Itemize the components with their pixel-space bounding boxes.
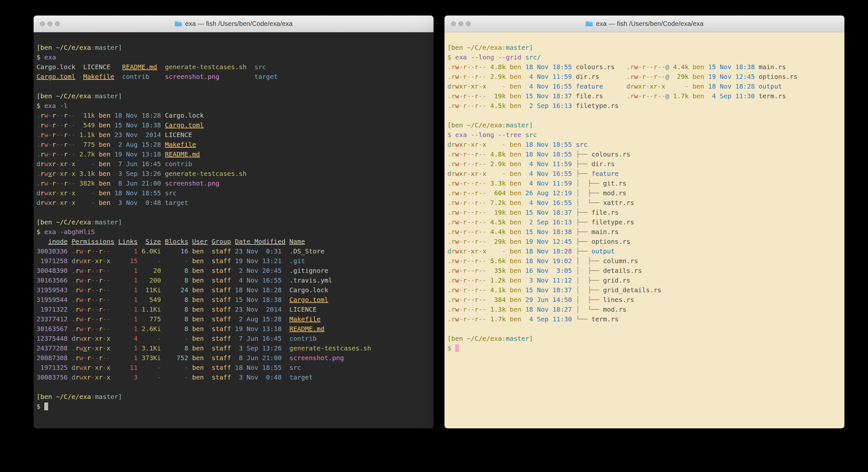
terminal-line: 30083756 drwxr-xr-x 3 - - ben staff 3 No… xyxy=(36,373,434,382)
terminal-line: 31959543 .rw-r--r-- 1 11Ki 24 ben staff … xyxy=(36,285,434,295)
terminal-line: .rw-r--r-- 4.4k ben 15 Nov 18:38 ├── mai… xyxy=(447,227,844,237)
terminal-line: .rw-r--r-- 11k ben 18 Nov 18:28 Cargo.lo… xyxy=(36,111,434,120)
terminal-line: $ exa -l xyxy=(36,101,434,111)
titlebar[interactable]: exa — fish /Users/ben/Code/exa/exa xyxy=(34,16,434,32)
cursor xyxy=(455,344,459,352)
terminal-line: [ben ~/C/e/exa:master] xyxy=(36,392,434,402)
terminal-line: .rw-r--r-- 4.8k ben 18 Nov 18:55 ├── col… xyxy=(447,149,844,159)
terminal-line: .rw-r--r-- 4.1k ben 15 Nov 18:37 │ ├── g… xyxy=(447,285,844,295)
terminal-screen[interactable]: [ben ~/C/e/exa:master]$ exaCargo.lock LI… xyxy=(34,32,434,429)
terminal-line: .rw-r--r-- 35k ben 16 Nov 3:05 │ ├── det… xyxy=(447,266,844,275)
terminal-line: $ exa --long --grid src/ xyxy=(447,52,844,62)
terminal-line: [ben ~/C/e/exa:master] xyxy=(447,43,844,52)
terminal-line xyxy=(36,382,434,392)
terminal-line: .rw-r--r-- 1.1k ben 23 Nov 2014 LICENCE xyxy=(36,130,434,140)
terminal-line: 31959544 .rw-r--r-- 1 549 8 ben staff 15… xyxy=(36,295,434,304)
terminal-line: 1971258 drwxr-xr-x 15 - - ben staff 19 N… xyxy=(36,256,434,266)
terminal-line: .rw-r--r-- 19k ben 15 Nov 18:37 ├── file… xyxy=(447,208,844,217)
terminal-line: drwxr-xr-x - ben 7 Jun 16:45 contrib xyxy=(36,159,434,169)
terminal-line: 30048390 .rw-r--r-- 1 20 8 ben staff 2 N… xyxy=(36,266,434,275)
terminal-line: 12375448 drwxr-xr-x 4 - - ben staff 7 Ju… xyxy=(36,334,434,343)
terminal-line: drwxr-xr-x - ben 18 Nov 18:55 src xyxy=(447,140,844,149)
minimize-button[interactable] xyxy=(458,21,463,26)
window-controls xyxy=(451,16,471,32)
terminal-line: 23377412 .rw-r--r-- 1 775 8 ben staff 2 … xyxy=(36,314,434,324)
window-title: exa — fish /Users/ben/Code/exa/exa xyxy=(185,20,293,28)
terminal-line: .rwxr-xr-x 3.1k ben 3 Sep 13:26 generate… xyxy=(36,169,434,178)
cursor xyxy=(44,403,48,410)
terminal-line: [ben ~/C/e/exa:master] xyxy=(36,91,434,101)
terminal-line: [ben ~/C/e/exa:master] xyxy=(447,120,844,130)
folder-icon[interactable] xyxy=(585,21,593,27)
terminal-line: $ xyxy=(447,343,844,353)
terminal-line xyxy=(36,208,434,217)
terminal-line: $ exa xyxy=(36,52,434,62)
terminal-line: drwxr-xr-x - ben 18 Nov 18:55 src xyxy=(36,188,434,198)
terminal-line: .rw-r--r-- 382k ben 8 Jun 21:00 screensh… xyxy=(36,178,434,188)
window-controls xyxy=(40,16,60,32)
terminal-line: .rw-r--r-- 604 ben 26 Aug 12:19 │ ├── mo… xyxy=(447,188,844,198)
terminal-line: Cargo.lock LICENCE README.md generate-te… xyxy=(36,62,434,72)
terminal-window-dark: exa — fish /Users/ben/Code/exa/exa [ben … xyxy=(34,16,434,429)
folder-icon[interactable] xyxy=(175,21,182,27)
terminal-line: [ben ~/C/e/exa:master] xyxy=(447,334,844,343)
minimize-button[interactable] xyxy=(48,21,52,26)
terminal-line: Cargo.toml Makefile contrib screenshot.p… xyxy=(36,72,434,82)
terminal-line xyxy=(447,324,844,334)
desktop: exa — fish /Users/ben/Code/exa/exa [ben … xyxy=(0,0,868,472)
terminal-line: 30030336 .rw-r--r-- 1 6.0Ki 16 ben staff… xyxy=(36,246,434,256)
terminal-line: 20087308 .rw-r--r-- 1 373Ki 752 ben staf… xyxy=(36,353,434,363)
zoom-button[interactable] xyxy=(466,21,471,26)
terminal-line: .rw-r--r-- 549 ben 15 Nov 18:38 Cargo.to… xyxy=(36,120,434,130)
terminal-line: 24377288 .rwxr-xr-x 1 3.1Ki 8 ben staff … xyxy=(36,343,434,353)
terminal-line: .rw-r--r-- 1.2k ben 3 Nov 11:12 │ ├── gr… xyxy=(447,275,844,285)
terminal-line: [ben ~/C/e/exa:master] xyxy=(36,43,434,52)
terminal-line: 30163566 .rw-r--r-- 1 200 8 ben staff 4 … xyxy=(36,275,434,285)
terminal-line xyxy=(36,82,434,91)
terminal-window-light: exa — fish /Users/ben/Code/exa/exa [ben … xyxy=(444,16,844,429)
terminal-line: .rw-r--r-- 2.9k ben 4 Nov 11:59 dir.rs .… xyxy=(447,72,844,82)
terminal-line: .rw-r--r-- 2.9k ben 4 Nov 11:59 ├── dir.… xyxy=(447,159,844,169)
terminal-screen[interactable]: [ben ~/C/e/exa:master]$ exa --long --gri… xyxy=(444,32,844,429)
terminal-line: drwxr-xr-x - ben 4 Nov 16:55 ├── feature xyxy=(447,169,844,178)
terminal-line: .rw-r--r-- 1.3k ben 18 Nov 18:27 │ └── m… xyxy=(447,304,844,314)
terminal-line: drwxr-xr-x - ben 18 Nov 18:28 ├── output xyxy=(447,246,844,256)
terminal-line: inode Permissions Links Size Blocks User… xyxy=(36,237,434,246)
close-button[interactable] xyxy=(451,21,456,26)
terminal-line: .rw-r--r-- 3.3k ben 4 Nov 11:59 │ ├── gi… xyxy=(447,178,844,188)
zoom-button[interactable] xyxy=(55,21,60,26)
terminal-line: $ xyxy=(36,402,434,411)
terminal-line: .rw-r--r-- 19k ben 15 Nov 18:37 file.rs … xyxy=(447,91,844,101)
terminal-line: .rw-r--r-- 775 ben 2 Aug 15:28 Makefile xyxy=(36,140,434,149)
close-button[interactable] xyxy=(40,21,45,26)
terminal-line: $ exa -abghHliS xyxy=(36,227,434,237)
terminal-line: 30163567 .rw-r--r-- 1 2.6Ki 8 ben staff … xyxy=(36,324,434,334)
terminal-line: .rw-r--r-- 4.5k ben 2 Sep 16:13 filetype… xyxy=(447,101,844,111)
terminal-line xyxy=(447,111,844,120)
terminal-line: 1971322 .rw-r--r-- 1 1.1Ki 8 ben staff 2… xyxy=(36,304,434,314)
window-title: exa — fish /Users/ben/Code/exa/exa xyxy=(596,20,704,28)
terminal-line: .rw-r--r-- 4.5k ben 2 Sep 16:13 ├── file… xyxy=(447,217,844,227)
terminal-line: .rw-r--r-- 384 ben 29 Jun 14:50 │ ├── li… xyxy=(447,295,844,304)
terminal-line: .rw-r--r-- 2.7k ben 19 Nov 13:18 README.… xyxy=(36,149,434,159)
terminal-line: .rw-r--r-- 7.2k ben 4 Nov 16:55 │ └── xa… xyxy=(447,198,844,208)
terminal-line: [ben ~/C/e/exa:master] xyxy=(36,217,434,227)
titlebar[interactable]: exa — fish /Users/ben/Code/exa/exa xyxy=(444,16,844,32)
terminal-line: .rw-r--r-- 5.6k ben 18 Nov 19:02 │ ├── c… xyxy=(447,256,844,266)
terminal-line: 1971325 drwxr-xr-x 11 - - ben staff 18 N… xyxy=(36,363,434,373)
terminal-line: drwxr-xr-x - ben 4 Nov 16:55 feature drw… xyxy=(447,82,844,91)
terminal-line: .rw-r--r-- 4.8k ben 18 Nov 18:55 colours… xyxy=(447,62,844,72)
terminal-line: $ exa --long --tree src xyxy=(447,130,844,140)
terminal-line: .rw-r--r-- 29k ben 19 Nov 12:45 ├── opti… xyxy=(447,237,844,246)
terminal-line: drwxr-xr-x - ben 3 Nov 0:48 target xyxy=(36,198,434,208)
terminal-line: .rw-r--r-- 1.7k ben 4 Sep 11:30 └── term… xyxy=(447,314,844,324)
